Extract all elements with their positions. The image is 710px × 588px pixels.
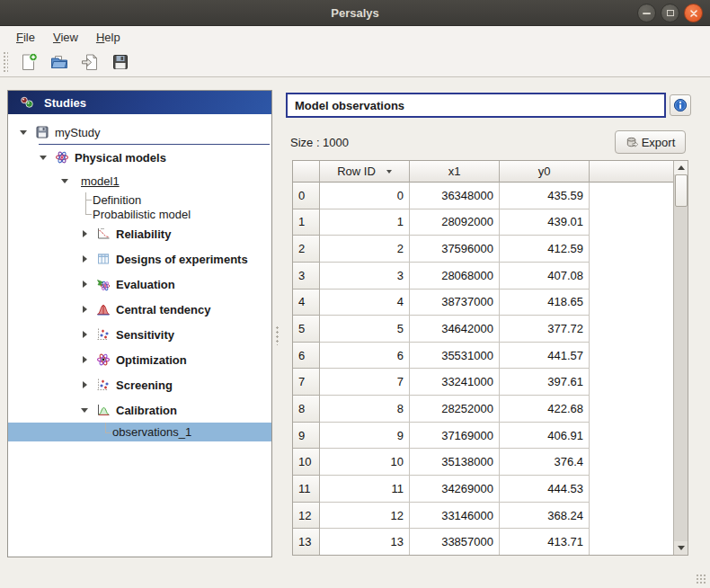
table-cell[interactable]: 368.24 (500, 503, 590, 530)
toolbar-drag-handle[interactable] (3, 51, 8, 73)
column-header-y0[interactable]: y0 (500, 161, 590, 183)
table-cell[interactable]: 11 (320, 476, 410, 503)
row-header[interactable]: 2 (293, 236, 320, 263)
table-cell[interactable]: 33857000 (410, 529, 500, 556)
table-cell[interactable]: 28252000 (410, 396, 500, 423)
row-header[interactable]: 3 (293, 263, 320, 290)
tree-item-observations-1[interactable]: observations_1 (8, 423, 271, 441)
column-header-x1[interactable]: x1 (410, 161, 500, 183)
row-header[interactable]: 1 (293, 209, 320, 236)
table-cell[interactable]: 37169000 (410, 423, 500, 450)
table-cell[interactable]: 444.53 (500, 476, 590, 503)
table-cell[interactable]: 441.57 (500, 343, 590, 370)
table-cell[interactable]: 412.59 (500, 236, 590, 263)
table-cell[interactable]: 3 (320, 263, 410, 290)
row-header[interactable]: 5 (293, 316, 320, 343)
expander-right-icon[interactable] (80, 281, 89, 288)
window-resize-grip[interactable] (696, 574, 706, 584)
scroll-down-button[interactable] (674, 541, 688, 555)
tree-item-definition[interactable]: Definition (8, 192, 271, 207)
table-cell[interactable]: 13 (320, 529, 410, 556)
table-cell[interactable]: 418.65 (500, 290, 590, 316)
expander-down-icon[interactable] (19, 130, 28, 135)
tree-item-evaluation[interactable]: Evaluation (8, 272, 271, 297)
row-header[interactable]: 6 (293, 343, 320, 370)
table-cell[interactable]: 7 (320, 369, 410, 396)
tree-item-reliability[interactable]: Reliability (8, 221, 271, 246)
menu-file[interactable]: File (7, 28, 44, 47)
table-cell[interactable]: 6 (320, 343, 410, 370)
table-cell[interactable]: 36348000 (410, 183, 500, 209)
table-cell[interactable]: 435.59 (500, 183, 590, 209)
tree-item-mystudy[interactable]: myStudy (8, 120, 271, 145)
row-header[interactable]: 0 (293, 183, 320, 209)
model-observations-title-field[interactable]: Model observations (286, 93, 666, 118)
tree-item-screening[interactable]: Screening (8, 372, 271, 397)
table-cell[interactable]: 8 (320, 396, 410, 423)
expander-right-icon[interactable] (80, 356, 89, 363)
close-button[interactable] (684, 4, 703, 22)
open-study-button[interactable] (46, 49, 73, 75)
new-study-button[interactable] (15, 49, 42, 75)
table-cell[interactable]: 407.08 (500, 263, 590, 290)
table-corner-cell[interactable] (293, 161, 320, 183)
row-header[interactable]: 9 (293, 423, 320, 450)
tree-item-probabilistic-model[interactable]: Probabilistic model (8, 207, 271, 221)
scrollbar-thumb[interactable] (675, 174, 688, 207)
table-cell[interactable]: 34269000 (410, 476, 500, 503)
table-cell[interactable]: 4 (320, 290, 410, 316)
row-header[interactable]: 12 (293, 503, 320, 530)
table-cell[interactable]: 376.4 (500, 449, 590, 476)
info-button[interactable] (670, 94, 691, 116)
row-header[interactable]: 10 (293, 449, 320, 476)
table-cell[interactable]: 422.68 (500, 396, 590, 423)
tree-item-model1[interactable]: model1 (8, 170, 271, 192)
export-button[interactable]: Export (615, 130, 686, 154)
menu-help[interactable]: Help (87, 28, 129, 47)
maximize-button[interactable] (661, 4, 679, 22)
table-cell[interactable]: 5 (320, 316, 410, 343)
row-header[interactable]: 11 (293, 476, 320, 503)
table-cell[interactable]: 377.72 (500, 316, 590, 343)
tree-item-optimization[interactable]: Optimization (8, 347, 271, 372)
expander-down-icon[interactable] (39, 156, 48, 160)
table-cell[interactable]: 9 (320, 423, 410, 450)
table-cell[interactable]: 2 (320, 236, 410, 263)
expander-down-icon[interactable] (60, 179, 69, 183)
table-cell[interactable]: 35531000 (410, 343, 500, 370)
minimize-button[interactable] (637, 4, 656, 22)
scroll-up-button[interactable] (674, 161, 688, 174)
import-script-button[interactable] (76, 49, 103, 75)
column-header-row-id[interactable]: Row ID (320, 161, 410, 183)
expander-down-icon[interactable] (80, 408, 89, 413)
vertical-scrollbar[interactable] (673, 161, 688, 555)
expander-right-icon[interactable] (80, 306, 89, 313)
table-cell[interactable]: 10 (320, 449, 410, 476)
row-header[interactable]: 13 (293, 529, 320, 556)
expander-right-icon[interactable] (80, 255, 89, 263)
table-cell[interactable]: 397.61 (500, 369, 590, 396)
row-header[interactable]: 8 (293, 396, 320, 423)
row-header[interactable]: 7 (293, 369, 320, 396)
save-study-button[interactable] (107, 49, 134, 75)
table-cell[interactable]: 28068000 (410, 263, 500, 290)
table-cell[interactable]: 34642000 (410, 316, 500, 343)
row-header[interactable]: 4 (293, 290, 320, 316)
table-cell[interactable]: 38737000 (410, 290, 500, 316)
panel-splitter-handle[interactable] (275, 325, 280, 345)
expander-right-icon[interactable] (80, 331, 89, 338)
tree-item-sensitivity[interactable]: Sensitivity (8, 322, 271, 347)
table-cell[interactable]: 439.01 (500, 209, 590, 236)
tree-item-calibration[interactable]: Calibration (8, 397, 271, 423)
table-cell[interactable]: 406.91 (500, 423, 590, 450)
tree-item-physical-models[interactable]: Physical models (8, 145, 271, 170)
table-cell[interactable]: 413.71 (500, 529, 590, 556)
expander-right-icon[interactable] (80, 381, 89, 388)
menu-view[interactable]: View (44, 28, 87, 47)
table-cell[interactable]: 35138000 (410, 449, 500, 476)
table-cell[interactable]: 0 (320, 183, 410, 209)
tree-item-designs-of-experiments[interactable]: Designs of experiments (8, 246, 271, 272)
table-cell[interactable]: 33146000 (410, 503, 500, 530)
expander-right-icon[interactable] (80, 230, 89, 237)
table-cell[interactable]: 37596000 (410, 236, 500, 263)
